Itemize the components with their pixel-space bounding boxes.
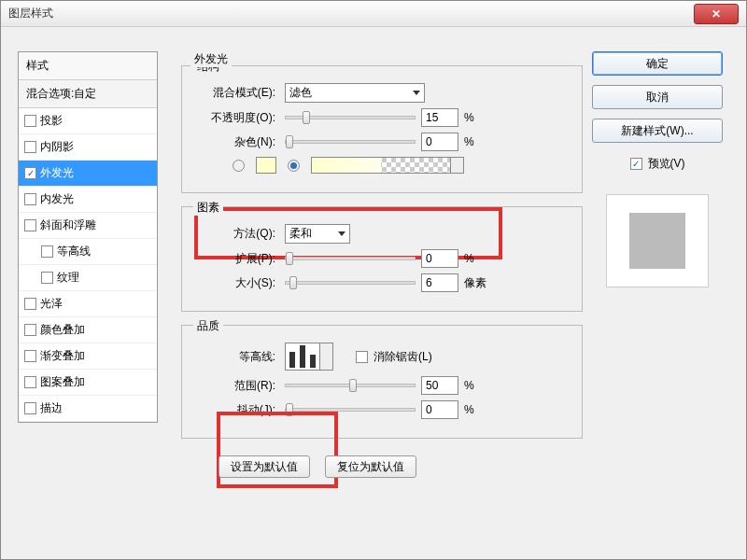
quality-fieldset: 品质 等高线: 消除锯齿(L) 范围(R): 5 <box>181 325 583 439</box>
checkbox-icon[interactable] <box>41 272 53 284</box>
set-default-button[interactable]: 设置为默认值 <box>218 455 310 478</box>
glow-color-swatch[interactable] <box>256 157 276 174</box>
style-item-outer-glow[interactable]: ✓外发光 <box>19 161 157 187</box>
spread-label: 扩展(P): <box>195 251 279 267</box>
chevron-down-icon <box>413 91 420 95</box>
blend-mode-dropdown[interactable]: 滤色 <box>285 83 425 103</box>
gradient-dropdown-button[interactable] <box>451 157 464 174</box>
size-unit: 像素 <box>464 275 486 291</box>
size-input[interactable]: 6 <box>421 273 458 292</box>
technique-label: 方法(Q): <box>195 226 279 242</box>
slider-thumb-icon[interactable] <box>286 135 293 148</box>
style-item-inner-glow[interactable]: 内发光 <box>19 187 157 213</box>
gradient-picker[interactable] <box>311 157 451 174</box>
new-style-button[interactable]: 新建样式(W)... <box>592 119 723 143</box>
checkbox-icon[interactable] <box>24 376 36 388</box>
blend-options-header[interactable]: 混合选项:自定 <box>19 80 157 108</box>
reset-default-button[interactable]: 复位为默认值 <box>325 455 416 478</box>
color-radio[interactable] <box>233 160 245 172</box>
size-slider[interactable] <box>285 281 416 285</box>
spread-slider[interactable] <box>285 257 416 260</box>
defaults-row: 设置为默认值 复位为默认值 <box>218 455 620 478</box>
jitter-label: 抖动(J): <box>195 402 279 418</box>
checkbox-icon[interactable] <box>24 219 36 231</box>
range-slider[interactable] <box>285 384 416 387</box>
style-item-drop-shadow[interactable]: 投影 <box>19 108 157 134</box>
opacity-unit: % <box>464 111 474 124</box>
noise-label: 杂色(N): <box>195 134 279 150</box>
style-item-satin[interactable]: 光泽 <box>19 291 157 317</box>
style-item-gradient-overlay[interactable]: 渐变叠加 <box>19 343 157 370</box>
style-item-stroke[interactable]: 描边 <box>19 396 157 422</box>
checkbox-icon[interactable]: ✓ <box>24 167 36 179</box>
settings-panel: 外发光 结构 混合模式(E): 滤色 不透明度(O): 15 % <box>181 44 583 474</box>
checkbox-icon[interactable] <box>24 141 36 153</box>
jitter-input[interactable]: 0 <box>421 400 458 419</box>
gradient-radio[interactable] <box>288 160 300 172</box>
chevron-down-icon <box>338 231 345 236</box>
spread-input[interactable]: 0 <box>421 249 458 268</box>
opacity-input[interactable]: 15 <box>421 108 458 127</box>
opacity-slider[interactable] <box>285 116 416 119</box>
style-item-pattern-overlay[interactable]: 图案叠加 <box>19 370 157 396</box>
action-panel: 确定 取消 新建样式(W)... ✓ 预览(V) <box>587 51 727 287</box>
range-unit: % <box>464 379 474 392</box>
noise-unit: % <box>464 135 474 148</box>
technique-dropdown[interactable]: 柔和 <box>285 224 350 244</box>
preview-label: 预览(V) <box>648 156 685 172</box>
contour-label: 等高线: <box>195 349 279 365</box>
jitter-slider[interactable] <box>285 408 416 412</box>
structure-fieldset: 结构 混合模式(E): 滤色 不透明度(O): 15 % 杂色(N): <box>181 65 583 193</box>
slider-thumb-icon[interactable] <box>286 403 293 416</box>
contour-picker[interactable] <box>285 343 320 371</box>
antialias-checkbox[interactable] <box>356 351 368 363</box>
spread-unit: % <box>464 252 474 265</box>
noise-slider[interactable] <box>285 140 416 144</box>
checkbox-icon[interactable] <box>24 350 36 362</box>
styles-list-panel: 样式 混合选项:自定 投影 内阴影 ✓外发光 内发光 斜面和浮雕 等高线 纹理 … <box>18 51 158 423</box>
style-item-color-overlay[interactable]: 颜色叠加 <box>19 317 157 343</box>
checkbox-icon[interactable] <box>24 324 36 336</box>
ok-button[interactable]: 确定 <box>592 51 723 76</box>
window-title: 图层样式 <box>8 6 694 21</box>
size-label: 大小(S): <box>195 275 279 291</box>
close-button[interactable]: ✕ <box>694 4 739 24</box>
slider-thumb-icon[interactable] <box>286 252 293 265</box>
preview-swatch <box>606 194 709 287</box>
range-input[interactable]: 50 <box>421 376 458 395</box>
elements-legend: 图素 <box>193 200 223 216</box>
slider-thumb-icon[interactable] <box>303 111 310 124</box>
checkbox-icon[interactable] <box>24 402 36 414</box>
checkbox-icon[interactable] <box>24 193 36 205</box>
elements-fieldset: 图素 方法(Q): 柔和 扩展(P): 0 % 大小(S): <box>181 206 583 312</box>
style-item-inner-shadow[interactable]: 内阴影 <box>19 134 157 161</box>
titlebar: 图层样式 ✕ <box>1 1 746 27</box>
jitter-unit: % <box>464 403 474 416</box>
contour-dropdown-button[interactable] <box>320 343 333 371</box>
blend-mode-label: 混合模式(E): <box>195 85 279 101</box>
style-item-bevel-emboss[interactable]: 斜面和浮雕 <box>19 213 157 239</box>
checkbox-icon[interactable] <box>24 298 36 310</box>
noise-input[interactable]: 0 <box>421 133 458 151</box>
checkbox-icon[interactable] <box>24 115 36 127</box>
opacity-label: 不透明度(O): <box>195 110 279 126</box>
close-icon: ✕ <box>712 7 721 21</box>
cancel-button[interactable]: 取消 <box>592 85 723 109</box>
layer-style-dialog: 图层样式 ✕ 样式 混合选项:自定 投影 内阴影 ✓外发光 内发光 斜面和浮雕 … <box>0 0 747 560</box>
checkbox-icon[interactable] <box>41 245 53 258</box>
style-item-contour[interactable]: 等高线 <box>19 239 157 265</box>
range-label: 范围(R): <box>195 378 279 394</box>
dialog-body: 样式 混合选项:自定 投影 内阴影 ✓外发光 内发光 斜面和浮雕 等高线 纹理 … <box>8 35 739 552</box>
style-item-texture[interactable]: 纹理 <box>19 265 157 291</box>
antialias-label: 消除锯齿(L) <box>374 349 432 365</box>
preview-checkbox[interactable]: ✓ <box>630 158 642 170</box>
slider-thumb-icon[interactable] <box>289 276 297 289</box>
preview-thumbnail <box>629 213 685 269</box>
panel-title: 外发光 <box>190 51 232 67</box>
quality-legend: 品质 <box>193 318 223 334</box>
slider-thumb-icon[interactable] <box>349 379 357 392</box>
styles-header[interactable]: 样式 <box>19 52 157 80</box>
